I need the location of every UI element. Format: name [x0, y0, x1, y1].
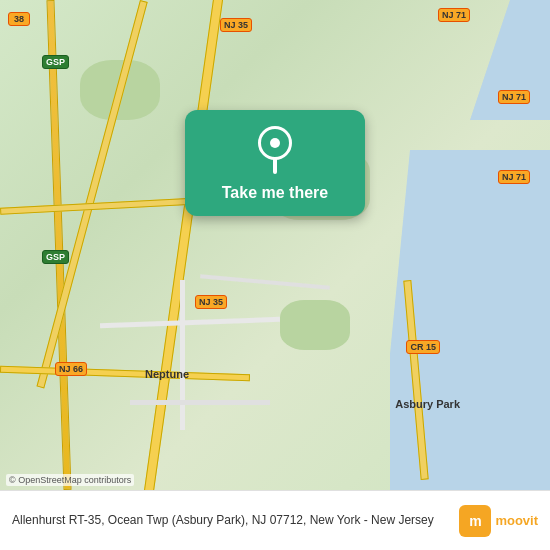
pin-tail: [273, 158, 277, 174]
route-badge-71-right1: NJ 71: [498, 90, 530, 104]
pin-circle: [258, 126, 292, 160]
route-badge-35-top: NJ 35: [220, 18, 252, 32]
moovit-text: moovit: [495, 513, 538, 528]
pin-dot: [270, 138, 280, 148]
route-badge-71-right2: NJ 71: [498, 170, 530, 184]
town-label-asbury-park: Asbury Park: [395, 398, 460, 410]
route-badge-gsp-mid: GSP: [42, 250, 69, 264]
road-small-3: [130, 400, 270, 405]
road-small-2: [180, 280, 185, 430]
address-text: Allenhurst RT-35, Ocean Twp (Asbury Park…: [12, 512, 449, 529]
route-badge-gsp-top: GSP: [42, 55, 69, 69]
route-badge-38: 38: [8, 12, 30, 26]
route-badge-71-top: NJ 71: [438, 8, 470, 22]
moovit-icon: m: [459, 505, 491, 537]
bottom-bar: Allenhurst RT-35, Ocean Twp (Asbury Park…: [0, 490, 550, 550]
location-pin-icon: [255, 126, 295, 174]
moovit-logo: m moovit: [459, 505, 538, 537]
osm-attribution: © OpenStreetMap contributors: [6, 474, 134, 486]
route-badge-66: NJ 66: [55, 362, 87, 376]
route-badge-35-mid: NJ 35: [195, 295, 227, 309]
town-label-neptune: Neptune: [145, 368, 189, 380]
park-area-3: [280, 300, 350, 350]
take-me-there-label: Take me there: [222, 184, 328, 202]
map-container: 38 GSP GSP NJ 35 NJ 35 NJ 71 NJ 71 NJ 71…: [0, 0, 550, 490]
take-me-there-card[interactable]: Take me there: [185, 110, 365, 216]
route-badge-cr15: CR 15: [406, 340, 440, 354]
